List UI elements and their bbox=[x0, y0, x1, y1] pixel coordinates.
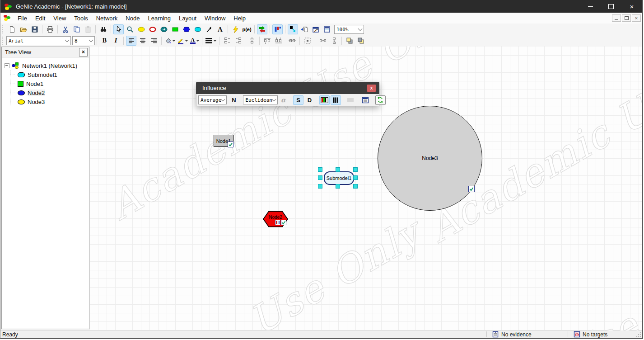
line-color-button[interactable] bbox=[177, 36, 188, 46]
snap-grid-button[interactable] bbox=[302, 36, 313, 46]
node3-chance-node[interactable]: Node3 bbox=[378, 106, 482, 211]
align-right-button[interactable] bbox=[149, 36, 159, 46]
font-family-combo[interactable]: Arial bbox=[6, 36, 71, 45]
selection-handle-e[interactable] bbox=[353, 175, 358, 180]
equal-horizontal-spacing-button[interactable] bbox=[317, 36, 328, 46]
align-nodes-left-button[interactable] bbox=[222, 36, 232, 46]
close-button[interactable]: × bbox=[621, 0, 642, 13]
update-beliefs-button[interactable] bbox=[230, 24, 241, 34]
network-properties-button[interactable] bbox=[310, 24, 321, 34]
influence-close-button[interactable]: x bbox=[367, 85, 376, 92]
influence-titlebar[interactable]: Influence x bbox=[196, 82, 379, 94]
menu-learning[interactable]: Learning bbox=[144, 14, 175, 23]
selection-handle-n[interactable] bbox=[336, 167, 340, 172]
legend-button[interactable] bbox=[360, 95, 371, 105]
deterministic-node-tool[interactable] bbox=[147, 24, 158, 34]
center-nodes-horizontal-button[interactable] bbox=[287, 36, 297, 46]
menu-layout[interactable]: Layout bbox=[175, 14, 201, 23]
mdi-close-button[interactable]: × bbox=[632, 14, 641, 22]
bold-button[interactable]: B bbox=[99, 36, 110, 46]
minimize-button[interactable] bbox=[580, 0, 601, 13]
italic-button[interactable]: I bbox=[111, 36, 121, 46]
normalize-button[interactable]: N bbox=[229, 95, 239, 105]
equation-node-tool[interactable] bbox=[159, 24, 169, 34]
menu-help[interactable]: Help bbox=[229, 14, 250, 23]
menu-node[interactable]: Node bbox=[121, 14, 144, 23]
tree-view-titlebar[interactable]: Tree View × bbox=[2, 47, 89, 57]
center-nodes-vertical-button[interactable] bbox=[247, 36, 257, 46]
line-style-button[interactable] bbox=[205, 36, 217, 46]
copy-run-button[interactable] bbox=[299, 24, 309, 34]
node3-update-check-icon[interactable] bbox=[468, 186, 475, 193]
menu-window[interactable]: Window bbox=[201, 14, 229, 23]
selection-handle-se[interactable] bbox=[353, 184, 358, 189]
chance-node-tool[interactable] bbox=[136, 24, 146, 34]
equal-vertical-spacing-button[interactable] bbox=[329, 36, 339, 46]
text-tool[interactable]: A bbox=[215, 24, 225, 34]
menu-network[interactable]: Network bbox=[92, 14, 122, 23]
zoom-tool-button[interactable] bbox=[125, 24, 135, 34]
zoom-level-combo[interactable]: 100% bbox=[334, 25, 364, 34]
tree-view-close-button[interactable]: × bbox=[79, 48, 88, 57]
bring-to-front-button[interactable] bbox=[344, 36, 355, 46]
expand-node-button[interactable] bbox=[288, 24, 298, 34]
align-center-button[interactable] bbox=[137, 36, 148, 46]
selection-handle-sw[interactable] bbox=[318, 184, 322, 189]
send-to-back-button[interactable] bbox=[355, 36, 366, 46]
menu-tools[interactable]: Tools bbox=[70, 14, 92, 23]
align-nodes-bottom-button[interactable] bbox=[273, 36, 284, 46]
colored-bars-button[interactable] bbox=[319, 95, 330, 105]
tree-item-node1[interactable]: Node1 bbox=[10, 79, 89, 88]
mdi-minimize-button[interactable] bbox=[612, 14, 621, 22]
font-color-button[interactable]: A bbox=[189, 36, 200, 46]
selection-handle-s[interactable] bbox=[336, 184, 340, 189]
tree-item-node3[interactable]: Node3 bbox=[10, 97, 89, 106]
open-button[interactable] bbox=[18, 24, 28, 34]
refresh-button[interactable] bbox=[375, 95, 386, 105]
tree-collapse-icon[interactable] bbox=[5, 63, 9, 68]
node2-value-icon[interactable] bbox=[275, 220, 281, 226]
selection-handle-nw[interactable] bbox=[318, 167, 322, 172]
node1-decision-node[interactable]: Node1 bbox=[214, 135, 233, 147]
mdi-restore-button[interactable] bbox=[622, 14, 631, 22]
sort-chart-button[interactable] bbox=[272, 24, 283, 34]
maximize-button[interactable] bbox=[601, 0, 621, 13]
cut-button[interactable] bbox=[60, 24, 70, 34]
new-button[interactable] bbox=[7, 24, 17, 34]
probability-evidence-button[interactable]: p(e) bbox=[242, 24, 252, 34]
node-table-button[interactable] bbox=[322, 24, 332, 34]
resize-grip[interactable] bbox=[635, 331, 642, 338]
toolbar-drag-handle[interactable] bbox=[2, 25, 5, 33]
menu-edit[interactable]: Edit bbox=[31, 14, 49, 23]
save-button[interactable] bbox=[29, 24, 40, 34]
network-canvas[interactable]: Academic Use Only Academic Use Use Only … bbox=[89, 46, 642, 331]
selection-handle-w[interactable] bbox=[318, 175, 322, 180]
influence-dialog[interactable]: Influence x Average N Euclidean α S D bbox=[196, 82, 379, 106]
tree-root-network1[interactable]: Network1 (Network1) bbox=[5, 61, 89, 70]
print-button[interactable] bbox=[45, 24, 55, 34]
selection-handle-ne[interactable] bbox=[353, 167, 358, 172]
arc-tool[interactable] bbox=[204, 24, 214, 34]
strength-button[interactable]: S bbox=[293, 95, 303, 105]
tree-item-node2[interactable]: Node2 bbox=[10, 88, 89, 97]
node2-utility-node[interactable]: Node2 bbox=[263, 211, 288, 227]
fill-color-button[interactable] bbox=[164, 36, 176, 46]
node2-update-check-icon[interactable] bbox=[281, 220, 287, 226]
tree-item-submodel1[interactable]: Submodel1 bbox=[10, 70, 89, 79]
distance-button[interactable]: D bbox=[304, 95, 315, 105]
align-left-button[interactable] bbox=[126, 36, 136, 46]
invert-arcs-button[interactable] bbox=[257, 24, 267, 34]
node1-update-check-icon[interactable] bbox=[228, 142, 234, 148]
influence-method-combo[interactable]: Average bbox=[198, 95, 227, 104]
select-tool-button[interactable] bbox=[113, 24, 124, 34]
font-size-combo[interactable]: 8 bbox=[72, 36, 95, 45]
submodel-tool[interactable] bbox=[192, 24, 203, 34]
align-nodes-right-button[interactable] bbox=[233, 36, 243, 46]
submodel1-node[interactable]: Submodel1 bbox=[324, 171, 354, 185]
utility-node-tool[interactable] bbox=[181, 24, 191, 34]
vertical-bars-button[interactable] bbox=[331, 95, 341, 105]
toolbar-drag-handle[interactable] bbox=[2, 37, 5, 45]
menu-file[interactable]: File bbox=[14, 14, 31, 23]
copy-button[interactable] bbox=[71, 24, 82, 34]
menu-view[interactable]: View bbox=[49, 14, 70, 23]
